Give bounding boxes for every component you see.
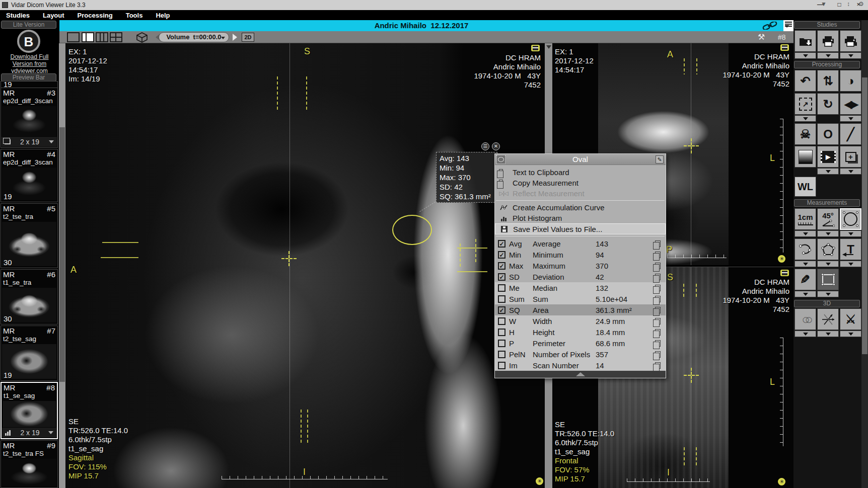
edit-icon[interactable]: ✎ <box>656 155 664 164</box>
ruler-dropdown[interactable] <box>794 230 816 237</box>
maximize-button[interactable]: □ <box>830 0 849 10</box>
print-export-button[interactable] <box>840 30 861 52</box>
rectangle-roi-dropdown[interactable] <box>817 291 839 297</box>
checkbox[interactable] <box>498 295 505 303</box>
crosshair-icon[interactable] <box>281 251 297 266</box>
menu-tools[interactable]: Tools <box>126 12 143 19</box>
menu-item-text-to-clipboard[interactable]: Text to Clipboard <box>495 167 666 178</box>
add-annotation-dropdown[interactable] <box>840 168 861 175</box>
stat-row-perimeter[interactable]: PPerimeter68.6 mm <box>495 338 666 349</box>
copy-icon[interactable] <box>655 240 661 247</box>
scrollbar-thumb[interactable] <box>862 77 867 354</box>
mri-image-sagittal[interactable] <box>65 43 545 488</box>
add-annotation-button[interactable]: + <box>840 146 861 168</box>
stat-row-pixel-count[interactable]: PelNNumber of Pixels357 <box>495 349 666 360</box>
line-profile-button[interactable]: ╱ <box>840 123 861 145</box>
export-region-dropdown[interactable] <box>794 115 816 122</box>
angle-dropdown[interactable] <box>817 230 839 237</box>
scrollbar-thumb[interactable] <box>59 127 65 382</box>
menu-item-create-accumulation-curve[interactable]: Create Accumulation Curve <box>495 202 666 213</box>
stat-row-max[interactable]: ✓ MaxMaximum370 <box>495 260 666 271</box>
crosshair-icon[interactable] <box>684 368 699 383</box>
checkbox[interactable]: ✓ <box>498 240 505 248</box>
segmentation-dropdown[interactable] <box>794 331 816 337</box>
window-level-button[interactable]: WL <box>794 177 816 197</box>
copy-icon[interactable] <box>655 318 661 324</box>
cine-dropdown[interactable] <box>817 168 839 175</box>
series-item-partial[interactable]: 19 <box>1 81 58 88</box>
text-dropdown[interactable] <box>840 261 861 267</box>
crosshair-icon[interactable] <box>684 138 699 153</box>
series-item-7[interactable]: MR#7 t2_tse_sag 19 <box>1 326 58 381</box>
copy-icon[interactable] <box>655 307 661 313</box>
export-region-button[interactable]: ↗ <box>794 93 816 115</box>
lut-gradient-button[interactable] <box>794 146 816 168</box>
overlay-toggle-button[interactable]: O <box>817 123 839 145</box>
pixel-probe-dropdown[interactable] <box>794 291 816 297</box>
stat-row-median[interactable]: MeMedian132 <box>495 282 666 293</box>
checkbox[interactable]: ✓ <box>498 273 505 281</box>
copy-icon[interactable] <box>655 340 661 347</box>
monitor-icon[interactable] <box>531 45 540 51</box>
print-export-dropdown[interactable] <box>840 52 861 59</box>
checkbox[interactable] <box>498 362 505 369</box>
monitor-icon[interactable] <box>780 270 789 276</box>
series-thumbnail[interactable] <box>2 106 56 136</box>
menu-layout[interactable]: Layout <box>43 12 64 19</box>
checkbox[interactable] <box>498 340 505 347</box>
minimize-button[interactable]: — <box>811 0 830 10</box>
copy-icon[interactable] <box>655 362 661 369</box>
series-stack-footer[interactable]: 2 x 19 <box>2 428 56 438</box>
volume-select[interactable]: Volume t=00:00.0 <box>159 32 229 42</box>
copy-icon[interactable] <box>655 263 661 269</box>
checkbox[interactable] <box>498 317 505 325</box>
monitor-icon[interactable] <box>780 44 789 51</box>
angle-tool-button[interactable]: 45° <box>817 208 839 230</box>
menu-collapse-arrow[interactable] <box>495 371 666 378</box>
copy-icon[interactable] <box>655 296 661 302</box>
axes-dropdown[interactable] <box>817 331 839 337</box>
menu-item-save-pixel-values[interactable]: Save Pixel Values to File... <box>495 223 666 234</box>
stat-row-avg[interactable]: ✓ AvgAverage143 <box>495 238 666 249</box>
series-item-6[interactable]: MR#6 t1_se_tra 30 <box>1 269 58 324</box>
flip-dropdown[interactable] <box>840 115 861 122</box>
checkbox[interactable] <box>498 284 505 292</box>
collapse-panel-icon[interactable]: ▼ <box>821 1 827 8</box>
polyline-dropdown[interactable] <box>794 261 816 267</box>
link-series-icon[interactable] <box>762 22 777 30</box>
print-button[interactable] <box>817 30 839 52</box>
text-annotation-button[interactable]: T <box>840 238 861 260</box>
print-dropdown[interactable] <box>817 52 839 59</box>
undo-button[interactable]: ↶ <box>794 70 816 92</box>
menu-processing[interactable]: Processing <box>78 12 113 19</box>
ruler-tool-button[interactable]: 1cm <box>794 208 816 230</box>
series-item-4[interactable]: MR#4 ep2d_diff_3scan 19 <box>1 149 58 202</box>
rectangle-roi-button[interactable] <box>817 269 839 290</box>
layout-split-button[interactable] <box>82 32 94 42</box>
stat-row-scan-number[interactable]: ImScan Number14 <box>495 360 666 371</box>
sort-images-button[interactable]: ⇅ <box>817 70 839 92</box>
reload-button[interactable]: ↻ <box>817 93 839 115</box>
series-item-5[interactable]: MR#5 t2_tse_tra 30 <box>1 203 58 268</box>
stat-row-sd[interactable]: ✓ SDDeviation42 <box>495 271 666 282</box>
checkbox[interactable]: ✓ <box>498 262 505 270</box>
bone-cut-dropdown[interactable] <box>840 331 861 337</box>
pixel-probe-button[interactable]: ✎ <box>794 269 816 290</box>
sidebar-scrollbar[interactable] <box>59 43 65 488</box>
bone-cut-button[interactable]: ⚔ <box>840 308 861 330</box>
stat-row-sum[interactable]: SumSum5.10e+04 <box>495 293 666 304</box>
viewport-main-sagittal[interactable]: EX: 12017-12-1214:54:17Im: 14/19 DC HRAM… <box>65 43 545 488</box>
open-study-button[interactable] <box>794 30 816 52</box>
oval-tool-button-selected[interactable] <box>840 208 861 230</box>
series-thumbnail[interactable] <box>2 459 56 486</box>
segmentation-3d-button[interactable]: ◌◌ <box>794 308 816 330</box>
checkbox[interactable]: ✓ <box>498 251 505 259</box>
copy-icon[interactable] <box>655 329 661 336</box>
brightness-contrast-button[interactable]: ◑ <box>840 70 861 92</box>
stat-row-area-highlighted[interactable]: ✓ SQArea361.3 mm² <box>495 304 666 315</box>
chevron-down-icon[interactable] <box>49 140 54 146</box>
star-icon[interactable]: ✳ <box>778 255 785 263</box>
checkbox[interactable] <box>498 351 505 358</box>
layout-grid-button[interactable] <box>110 32 122 42</box>
download-full-version-link[interactable]: Download Full Version from vdviewer.com <box>0 53 59 74</box>
